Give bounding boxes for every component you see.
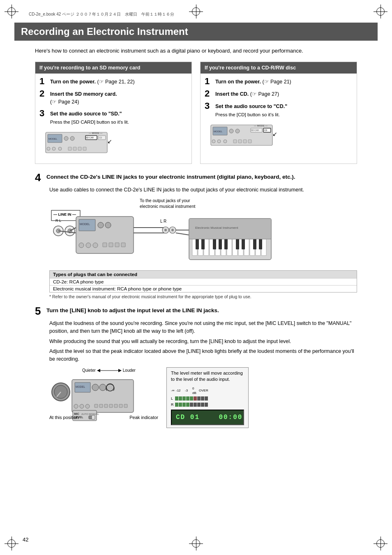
- level-meter-box: The level meter will move according to t…: [166, 367, 249, 428]
- rbar-5: [190, 403, 193, 407]
- left-device-diagram: MODEL — MODE — SD CAR CD: [44, 129, 183, 157]
- svg-rect-81: [201, 239, 205, 249]
- svg-point-12: [58, 147, 62, 150]
- svg-rect-54: [121, 243, 125, 247]
- left-step-2-ref: (☞ Page 24): [50, 99, 79, 105]
- right-step-3-text: Set the audio source to "CD." Press the …: [215, 101, 287, 118]
- svg-point-47: [105, 222, 111, 228]
- svg-text:MODEL: MODEL: [48, 138, 58, 140]
- svg-text:— MODE —: — MODE —: [89, 132, 102, 134]
- svg-rect-110: [114, 404, 118, 408]
- right-step-3-title: Set the audio source to "CD.": [215, 104, 287, 109]
- meter-r-row: R: [171, 402, 244, 408]
- meter-label-over: OVER: [199, 388, 207, 393]
- intro-text: Here's how to connect an electronic inst…: [35, 47, 357, 55]
- svg-rect-15: [78, 147, 81, 150]
- right-device-svg: MODEL — MODE — SD CAR CD: [209, 122, 287, 148]
- lcd-text: CD 01 00:00: [176, 413, 242, 422]
- connection-diagram-container: To the output jacks of your electronic m…: [49, 198, 357, 267]
- step-5-para-3: Adjust the level so that the peak indica…: [49, 348, 357, 363]
- svg-text:CD: CD: [264, 129, 267, 131]
- diagram-label: To the output jacks of your electronic m…: [140, 198, 195, 209]
- right-device-diagram: MODEL — MODE — SD CAR CD: [209, 122, 348, 150]
- plug-table-header: Types of plugs that can be connected: [50, 271, 357, 278]
- corner-mark-tm: [192, 7, 200, 16]
- left-step-3-subtext: Press the [SD CARD] button so it's lit.: [50, 119, 129, 126]
- right-column-body: 1 Turn on the power. (☞ Page 21) 2 Inser…: [201, 74, 357, 156]
- left-step-1-num: 1: [39, 77, 47, 86]
- corner-mark-tl: [7, 7, 16, 16]
- right-step-3-num: 3: [205, 101, 212, 111]
- svg-point-50: [93, 243, 98, 248]
- rbar-6: [194, 403, 197, 407]
- bar-2: [179, 396, 182, 401]
- bar-6: [194, 396, 197, 401]
- svg-rect-31: [233, 140, 237, 143]
- svg-text:SD CAR: SD CAR: [251, 129, 259, 131]
- svg-point-28: [212, 140, 215, 143]
- footnote: * Refer to the owner's manual of your el…: [49, 294, 357, 299]
- svg-rect-112: [124, 404, 127, 408]
- svg-rect-85: [236, 239, 239, 249]
- left-device-svg: MODEL — MODE — SD CAR CD: [44, 129, 122, 156]
- svg-point-48: [79, 243, 84, 248]
- right-step-2-num: 2: [205, 89, 212, 98]
- meter-r-bars: [175, 403, 208, 407]
- lcd-display: CD 01 00:00: [171, 410, 244, 425]
- bar-4: [186, 396, 189, 401]
- left-step-2-text: Insert the SD memory card. (☞ Page 24): [50, 89, 117, 106]
- svg-rect-84: [224, 239, 228, 249]
- svg-text:CD: CD: [99, 136, 102, 139]
- right-step-3: 3 Set the audio source to "CD." Press th…: [205, 101, 353, 118]
- meter-label-0: 0 dB: [192, 386, 199, 395]
- two-column-instructions: If you're recording to an SD memory card…: [35, 62, 357, 164]
- meter-row-labels: -∞ -12 -3 0 dB OVER: [171, 386, 244, 395]
- step-4-description: Use audio cables to connect the CD-2e's …: [49, 186, 357, 194]
- left-step-3-text: Set the audio source to "SD." Press the …: [50, 109, 129, 126]
- svg-rect-111: [119, 404, 122, 408]
- svg-point-105: [85, 404, 90, 408]
- svg-rect-108: [104, 404, 108, 408]
- plug-types-table: Types of plugs that can be connected CD-…: [49, 270, 357, 292]
- svg-rect-52: [109, 243, 113, 247]
- svg-rect-80: [196, 239, 199, 249]
- left-step-2-title: Insert the SD memory card.: [50, 91, 117, 97]
- step-5-header: 5 Turn the [LINE] knob to adjust the inp…: [35, 306, 357, 316]
- left-step-3-num: 3: [39, 109, 47, 118]
- level-meter-text: The level meter will move according to t…: [171, 370, 244, 383]
- svg-rect-14: [73, 147, 76, 150]
- bar-9: [205, 396, 208, 401]
- right-step-1-text: Turn on the power. (☞ Page 21): [215, 77, 291, 86]
- svg-point-61: [164, 229, 167, 231]
- rbar-8: [201, 403, 204, 407]
- svg-rect-51: [103, 243, 107, 247]
- corner-mark-bl: [7, 539, 16, 548]
- svg-rect-53: [115, 243, 119, 247]
- corner-mark-bm: [192, 539, 200, 548]
- device-diagram-knob: Quieter Louder: [49, 367, 160, 421]
- svg-point-104: [80, 404, 84, 408]
- svg-rect-88: [259, 239, 262, 249]
- step-5-section: 5 Turn the [LINE] knob to adjust the inp…: [35, 306, 357, 428]
- svg-point-29: [217, 140, 221, 143]
- step-5-para-1: Adjust the loudness of the sound you're …: [49, 320, 357, 335]
- corner-mark-br: [376, 539, 385, 548]
- step-4-num: 4: [35, 172, 42, 183]
- svg-point-3: [64, 136, 68, 140]
- step-5-para-2: While producing the sound that you will …: [49, 338, 357, 345]
- bar-8: [201, 396, 204, 401]
- svg-rect-86: [242, 239, 245, 249]
- right-step-1-ref: (☞ Page 21): [262, 79, 291, 85]
- rbar-2: [179, 403, 182, 407]
- file-info: CD-2e_e.book 42 ページ ２００７年１０月２４日 水曜日 午前１１…: [29, 12, 174, 17]
- bar-7: [197, 396, 201, 401]
- svg-text:MODEL: MODEL: [214, 130, 223, 133]
- svg-point-100: [92, 384, 99, 391]
- svg-point-101: [99, 384, 106, 391]
- left-step-1-text: Turn on the power. (☞ Page 21, 22): [50, 77, 135, 86]
- svg-point-63: [171, 229, 174, 231]
- right-step-1: 1 Turn on the power. (☞ Page 21): [205, 77, 353, 86]
- main-content: Here's how to connect an electronic inst…: [23, 41, 369, 428]
- svg-text:SD CAR: SD CAR: [86, 136, 94, 139]
- right-step-2: 2 Insert the CD. (☞ Page 27): [205, 89, 353, 98]
